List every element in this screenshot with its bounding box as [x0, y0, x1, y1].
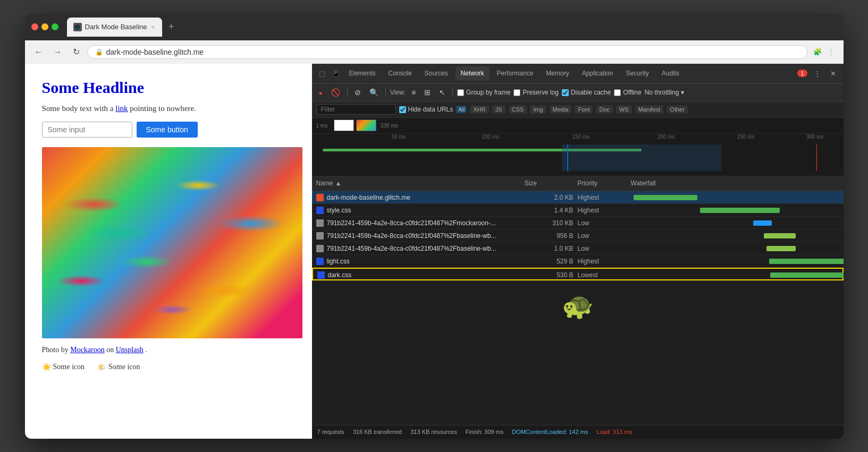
filter-bar: Hide data URLs All XHR JS CSS Img Media … [312, 102, 844, 118]
filter-ws[interactable]: WS [616, 105, 632, 114]
css-icon-1 [316, 207, 324, 214]
minimize-button[interactable] [41, 23, 48, 30]
filter-xhr[interactable]: XHR [470, 105, 488, 114]
table-row-6[interactable]: dark.css 530 B Lowest [312, 268, 844, 280]
group-by-frame-checkbox[interactable]: Group by frame [457, 89, 510, 96]
css-icon-5 [316, 258, 324, 265]
waterfall-cell-4 [631, 242, 839, 255]
filter-media[interactable]: Media [550, 105, 572, 114]
filter-css[interactable]: CSS [509, 105, 527, 114]
disable-cache-input[interactable] [562, 89, 569, 96]
table-row-3[interactable]: 791b2241-459b-4a2e-8cca-c0fdc21f0487%2Fb… [312, 229, 844, 242]
row-name-1: style.css [316, 207, 525, 214]
icon-label-2: Some icon [108, 363, 140, 371]
search-button[interactable]: 🔍 [367, 87, 381, 98]
page-link[interactable]: link [115, 104, 128, 113]
record-button[interactable]: ● [316, 87, 325, 98]
back-button[interactable]: ← [31, 45, 46, 59]
filter-img[interactable]: Img [530, 105, 546, 114]
table-row-2[interactable]: 791b2241-459b-4a2e-8cca-c0fdc21f0487%2Fm… [312, 217, 844, 229]
photo-credit-middle: on [106, 346, 116, 354]
waterfall-bar-1 [700, 208, 780, 213]
icon-label-1: Some icon [53, 363, 85, 371]
waterfall-cell-3 [631, 229, 839, 242]
error-badge: 1 [797, 70, 807, 77]
red-cursor-line [816, 144, 817, 171]
device-icon[interactable]: 📱 [330, 67, 342, 79]
timeline-338ms-label: 338 ms [381, 123, 398, 129]
title-bar: 🌑 Dark Mode Baseline × + [25, 14, 844, 40]
hide-data-urls-checkbox[interactable]: Hide data URLs [399, 106, 453, 113]
tick-250ms: 250 ms [737, 134, 755, 140]
new-tab-button[interactable]: + [164, 19, 179, 35]
menu-icon[interactable]: ⋮ [825, 46, 837, 58]
filter-icon-button[interactable]: ⊘ [352, 87, 364, 98]
table-row-4[interactable]: 791b2241-459b-4a2e-8cca-c0fdc21f0487%2Fb… [312, 242, 844, 255]
col-name-header[interactable]: Name ▲ [316, 180, 525, 187]
devtools-panel: ⬚ 📱 Elements Console Sources Network Per… [312, 64, 844, 439]
col-size-header[interactable]: Size [525, 180, 578, 187]
filter-js[interactable]: JS [492, 105, 505, 114]
view-more-button[interactable]: ↖ [436, 87, 448, 98]
tab-audits[interactable]: Audits [656, 66, 685, 80]
body-text-prefix: Some body text with a [42, 104, 116, 113]
nav-right-buttons: 🧩 ⋮ [812, 46, 837, 58]
throttle-select[interactable]: No throttling ▾ [645, 89, 685, 96]
all-filter-badge[interactable]: All [456, 106, 467, 113]
tab-performance[interactable]: Performance [492, 66, 539, 80]
row-size-0: 2.0 KB [525, 194, 578, 201]
waterfall-bar-5 [769, 259, 844, 264]
offline-checkbox[interactable]: Offline [614, 89, 641, 96]
tab-elements[interactable]: Elements [344, 66, 381, 80]
row-size-5: 529 B [525, 258, 578, 265]
tab-network[interactable]: Network [456, 66, 490, 80]
clear-button[interactable]: 🚫 [328, 87, 343, 98]
tick-200ms: 200 ms [658, 134, 675, 140]
group-by-frame-input[interactable] [457, 89, 464, 96]
tab-security[interactable]: Security [620, 66, 654, 80]
row-size-1: 1.4 KB [525, 207, 578, 214]
browser-tab-active[interactable]: 🌑 Dark Mode Baseline × [67, 18, 163, 37]
inspect-icon[interactable]: ⬚ [316, 67, 328, 79]
tab-console[interactable]: Console [383, 66, 417, 80]
table-row-0[interactable]: dark-mode-baseline.glitch.me 2.0 KB High… [312, 191, 844, 204]
tab-close-button[interactable]: × [150, 23, 156, 31]
preserve-log-input[interactable] [513, 89, 520, 96]
some-button[interactable]: Some button [137, 122, 198, 138]
extensions-icon[interactable]: 🧩 [812, 46, 823, 58]
table-row-1[interactable]: style.css 1.4 KB Highest [312, 204, 844, 217]
view-label: View: [390, 89, 406, 96]
view-grid-button[interactable]: ⊞ [422, 87, 433, 98]
hide-data-urls-input[interactable] [399, 106, 406, 113]
col-priority-header[interactable]: Priority [578, 180, 631, 187]
preserve-log-checkbox[interactable]: Preserve log [513, 89, 558, 96]
filter-font[interactable]: Font [575, 105, 593, 114]
refresh-button[interactable]: ↻ [70, 45, 83, 59]
tab-application[interactable]: Application [577, 66, 619, 80]
close-button[interactable] [31, 23, 38, 30]
some-input-field[interactable] [42, 122, 132, 138]
mockaroon-link[interactable]: Mockaroon [70, 346, 105, 354]
forward-button[interactable]: → [50, 45, 65, 59]
table-row-5[interactable]: light.css 529 B Highest [312, 255, 844, 268]
filter-input[interactable] [316, 104, 396, 115]
tab-memory[interactable]: Memory [541, 66, 574, 80]
unsplash-link[interactable]: Unsplash [116, 346, 144, 354]
col-waterfall-header[interactable]: Waterfall [631, 180, 839, 187]
tab-sources[interactable]: Sources [419, 66, 453, 80]
devtools-more-icon[interactable]: ⋮ [812, 67, 823, 79]
devtools-close-icon[interactable]: ✕ [828, 67, 839, 79]
waterfall-bar-3 [764, 233, 796, 238]
address-bar[interactable]: 🔒 dark-mode-baseline.glitch.me [87, 45, 807, 59]
offline-input[interactable] [614, 89, 621, 96]
view-list-button[interactable]: ≡ [409, 87, 418, 98]
filter-other[interactable]: Other [667, 105, 688, 114]
row-filename-3: 791b2241-459b-4a2e-8cca-c0fdc21f0487%2Fb… [327, 232, 496, 240]
filter-doc[interactable]: Doc [596, 105, 613, 114]
disable-cache-checkbox[interactable]: Disable cache [562, 89, 611, 96]
filmstrip-row [334, 120, 376, 131]
filter-manifest[interactable]: Manifest [635, 105, 664, 114]
row-priority-3: Low [578, 232, 631, 240]
page-body-text: Some body text with a link pointing to n… [42, 104, 295, 113]
maximize-button[interactable] [52, 23, 58, 30]
